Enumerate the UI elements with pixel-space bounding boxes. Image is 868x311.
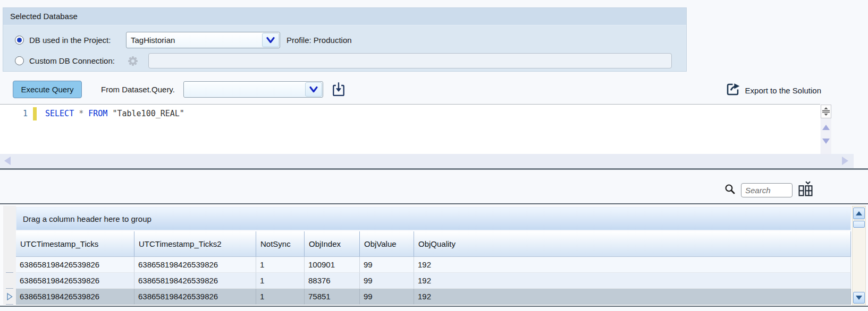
scroll-down-icon[interactable] [853,292,865,304]
grid-main: Drag a column header here to group UTCTi… [16,207,851,305]
column-header-ObjQuality[interactable]: ObjQuality [414,231,851,257]
chevron-down-icon[interactable] [305,82,322,97]
gear-icon[interactable] [126,55,140,67]
radio-db-project-label: DB used in the Project: [29,36,126,45]
chevron-down-icon[interactable] [262,33,279,47]
sql-statement: SELECT * FROM "Table100_REAL" [45,107,184,120]
cell: 638658198426539826 [16,257,134,273]
cell: 1 [256,289,305,305]
scroll-left-icon[interactable] [4,157,11,165]
column-header-NotSync[interactable]: NotSync [256,231,305,257]
cell: 192 [414,289,851,305]
panel-body: DB used in the Project: TagHistorian Pro… [3,25,686,71]
grid-bottom-divider [0,306,868,307]
dataset-query-dropdown[interactable] [183,81,323,98]
custom-db-row: Custom DB Connection: [15,53,672,68]
panel-title: Selected Database [3,8,686,25]
grid-search-bar [724,180,814,200]
cell: 638658198426539826 [134,273,256,289]
row-indicator-gutter [3,206,16,305]
table-row[interactable]: 6386581984265398266386581984265398261100… [16,257,851,273]
group-by-band[interactable]: Drag a column header here to group [16,207,851,230]
cell: 75851 [305,289,360,305]
column-header-ObjValue[interactable]: ObjValue [360,231,414,257]
row-indicator[interactable] [3,289,16,305]
cell: 99 [360,289,414,305]
grid-header-row: UTCTimestamp_TicksUTCTimestamp_Ticks2Not… [16,231,851,257]
sql-editor: 1 SELECT * FROM "Table100_REAL" [0,104,868,171]
results-grid: Drag a column header here to group UTCTi… [0,204,868,306]
export-label: Export to the Solution [745,86,821,95]
scroll-down-icon[interactable] [822,139,830,144]
db-dropdown[interactable]: TagHistorian [126,32,280,48]
row-indicator-icon [6,292,13,301]
cell: 88376 [305,273,360,289]
editor-bottom-divider [0,168,868,170]
scroll-up-icon[interactable] [853,208,865,219]
scroll-up-icon[interactable] [822,125,830,130]
export-to-solution[interactable]: Export to the Solution [725,82,821,99]
column-header-UTCTimestamp_Ticks[interactable]: UTCTimestamp_Ticks [16,231,134,257]
code-area[interactable]: 1 SELECT * FROM "Table100_REAL" [0,104,820,154]
editor-horizontal-scrollbar[interactable] [0,154,854,168]
dataset-query-label: From Dataset.Query. [101,80,175,99]
execute-query-button[interactable]: Execute Query [13,81,82,98]
cell: 638658198426539826 [16,289,134,305]
column-header-ObjIndex[interactable]: ObjIndex [305,231,360,257]
row-indicator[interactable] [3,257,16,273]
radio-custom-db-label: Custom DB Connection: [29,56,126,65]
scrollbar-thumb[interactable] [853,221,865,228]
selected-database-panel: Selected Database DB used in the Project… [3,7,687,72]
gutter-spacer [3,206,16,257]
db-project-row: DB used in the Project: TagHistorian Pro… [15,32,352,48]
table-row[interactable]: 6386581984265398266386581984265398261758… [16,289,851,305]
modified-line-marker [33,107,37,120]
column-chooser-icon[interactable] [797,180,814,200]
cell: 1 [256,257,305,273]
line-number: 1 [0,107,28,120]
grid-vertical-scrollbar[interactable] [852,206,866,305]
search-input[interactable] [741,183,793,197]
cell: 192 [414,273,851,289]
cell: 638658198426539826 [134,289,256,305]
radio-custom-db[interactable] [15,56,24,65]
grid-rows: 6386581984265398266386581984265398261100… [16,257,851,305]
cell: 192 [414,257,851,273]
db-dropdown-value: TagHistorian [127,36,262,45]
column-header-UTCTimestamp_Ticks2[interactable]: UTCTimestamp_Ticks2 [134,231,256,257]
custom-connection-input[interactable] [148,53,672,68]
import-query-icon[interactable] [331,81,347,100]
query-toolbar: Execute Query From Dataset.Query. [0,80,868,99]
cell: 100901 [305,257,360,273]
export-icon [725,82,740,99]
table-row[interactable]: 6386581984265398266386581984265398261883… [16,273,851,289]
editor-vertical-scrollbar[interactable] [821,105,831,154]
cell: 99 [360,257,414,273]
cell: 638658198426539826 [134,257,256,273]
splitter-grip-icon[interactable] [821,105,831,118]
cell: 638658198426539826 [16,273,134,289]
radio-db-project[interactable] [15,36,24,45]
scroll-right-icon[interactable] [842,157,848,165]
row-indicator[interactable] [3,273,16,289]
cell: 99 [360,273,414,289]
database-query-tool: Selected Database DB used in the Project… [0,0,868,311]
cell: 1 [256,273,305,289]
code-line: 1 SELECT * FROM "Table100_REAL" [0,107,820,120]
profile-label: Profile: Production [286,36,352,45]
search-icon [724,183,736,197]
group-by-hint: Drag a column header here to group [23,214,151,223]
